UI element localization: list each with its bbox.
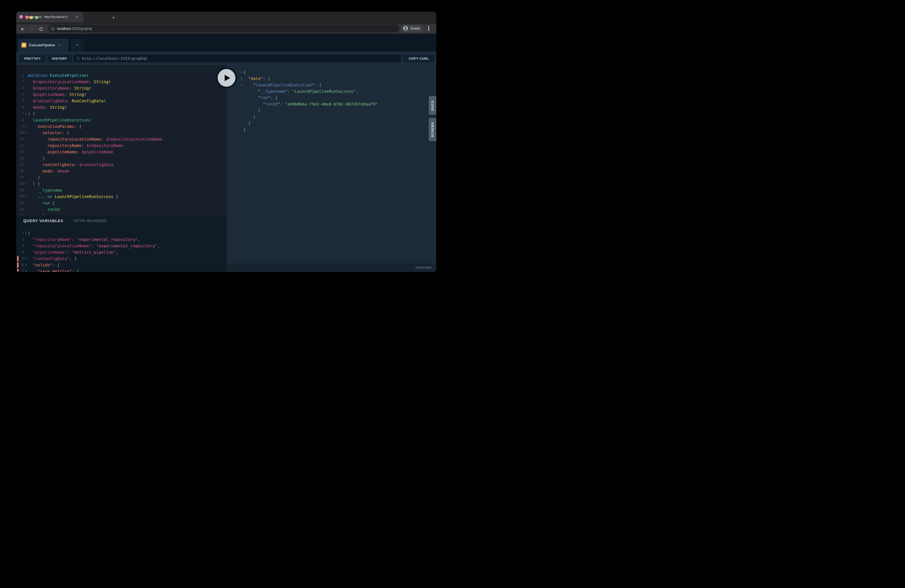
fold-arrow-icon [240, 114, 243, 120]
playground-toolbar: PRETTIFY HISTORY http://localhost:3333/g… [16, 52, 436, 65]
code-text: selector: { [28, 130, 69, 136]
endpoint-input[interactable]: http://localhost:3333/graphql [74, 54, 401, 62]
code-line: 5 $runConfigData: RunConfigData! [16, 98, 227, 104]
tab-execute-pipeline[interactable]: M ExecutePipeline × [18, 39, 68, 52]
code-text: } [28, 155, 45, 162]
code-line: 9▾ executionParams: { [16, 123, 227, 130]
fold-arrow-icon[interactable]: ▾ [24, 181, 28, 187]
fold-arrow-icon [24, 249, 28, 256]
fold-arrow-icon[interactable]: ▾ [24, 262, 28, 268]
code-line: 3 "repositoryLocationName": "experimenta… [16, 243, 227, 249]
code-line: 2 $repositoryLocationName: String! [16, 79, 227, 85]
code-text: runConfigData: $runConfigData [28, 162, 113, 168]
fold-arrow-icon[interactable]: ▾ [24, 123, 28, 130]
code-text: "repositoryName": "experimental_reposito… [28, 236, 140, 243]
graphql-favicon-icon [19, 15, 23, 19]
code-text: } [28, 174, 40, 181]
code-line: "run": { [240, 95, 437, 101]
fold-arrow-icon [24, 79, 28, 85]
code-text: "repositoryLocationName": "experimental_… [28, 243, 160, 249]
line-number: 6 [16, 104, 24, 110]
history-button[interactable]: HISTORY [47, 54, 72, 62]
browser-tab[interactable]: Playground - http://localhost:3 × [16, 11, 83, 22]
line-number: 14 [16, 155, 24, 162]
fold-arrow-icon [24, 168, 28, 174]
line-number: 15 [16, 162, 24, 168]
code-text: "data": { [243, 75, 270, 82]
profile-button[interactable]: Guest [402, 25, 423, 32]
fold-arrow-icon[interactable]: ▾ [24, 110, 28, 117]
reload-icon[interactable] [39, 27, 43, 31]
code-text: "solids": { [28, 262, 60, 268]
fold-arrow-icon[interactable]: ▾ [24, 193, 28, 200]
code-line: 18▾ ) { [16, 181, 227, 187]
line-number: 11 [16, 136, 24, 142]
code-line: 6 $mode: String! [16, 104, 227, 110]
tab-http-headers[interactable]: HTTP HEADERS [74, 219, 107, 223]
code-line: 5▾ "runConfigData": { [16, 256, 227, 262]
docs-side-tab[interactable]: DOCS [429, 96, 436, 115]
fold-arrow-icon[interactable]: ▾ [240, 82, 243, 88]
fold-arrow-icon[interactable]: ▾ [240, 75, 243, 82]
fold-arrow-icon[interactable]: ▾ [24, 268, 28, 272]
code-line: ▾ "data": { [240, 75, 437, 82]
new-query-tab-button[interactable]: + [71, 39, 84, 52]
browser-tab-close-icon[interactable]: × [76, 14, 78, 19]
code-text: } [243, 114, 256, 120]
variables-panel[interactable]: QUERY VARIABLES HTTP HEADERS 1▾{2 "repos… [16, 215, 227, 272]
code-text: launchPipelineExecution( [28, 117, 91, 123]
line-number: 8 [16, 117, 24, 123]
profile-label: Guest [410, 26, 420, 30]
query-editor[interactable]: 1mutation ExecutePipeline(2 $repositoryL… [16, 65, 227, 215]
line-number: 2 [16, 79, 24, 85]
execute-query-button[interactable] [216, 67, 237, 89]
fold-arrow-icon [24, 85, 28, 91]
lint-marker [17, 269, 19, 272]
prettify-button[interactable]: PRETTIFY [19, 54, 46, 62]
code-line: 7▾ "save_metrics": { [16, 268, 227, 272]
code-text: ) { [28, 181, 40, 187]
code-line: 13 pipelineName: $pipelineName [16, 149, 227, 155]
browser-new-tab-button[interactable]: + [112, 14, 115, 21]
tab-close-icon[interactable]: × [58, 43, 60, 47]
browser-window: Playground - http://localhost:3 × + loca… [16, 11, 436, 272]
code-text: ... on LaunchPipelineRunSuccess { [28, 193, 118, 200]
code-text: executionParams: { [28, 123, 81, 130]
code-text: } [243, 120, 251, 126]
code-line: "__typename": "LaunchPipelineRunSuccess"… [240, 88, 437, 95]
code-text: mutation ExecutePipeline( [28, 72, 89, 79]
back-icon[interactable] [20, 27, 25, 31]
schema-side-tab[interactable]: SCHEMA [429, 118, 436, 141]
fold-arrow-icon[interactable]: ▾ [24, 256, 28, 262]
line-number: 20 [16, 193, 24, 200]
code-line: 1mutation ExecutePipeline( [16, 72, 227, 79]
code-text: "__typename": "LaunchPipelineRunSuccess"… [243, 88, 358, 95]
address-bar[interactable]: localhost:3333/graphql [48, 25, 399, 32]
code-text: "save_metrics": { [28, 268, 79, 272]
code-text: { [243, 69, 246, 75]
code-line: 3 $repositoryName: String! [16, 85, 227, 91]
fold-arrow-icon[interactable]: ▾ [24, 130, 28, 136]
code-line: 11 repositoryLocationName: $repositoryLo… [16, 136, 227, 142]
tab-query-variables[interactable]: QUERY VARIABLES [24, 219, 64, 223]
code-text: pipelineName: $pipelineName [28, 149, 113, 155]
lint-marker [17, 256, 19, 261]
code-line: 7▾) { [16, 110, 227, 117]
tracing-label[interactable]: TRACING [415, 263, 432, 272]
mutation-badge: M [21, 43, 26, 48]
line-number: 3 [16, 243, 24, 249]
browser-menu-icon[interactable] [428, 26, 429, 31]
fold-arrow-icon [240, 126, 243, 133]
code-line: 15 runConfigData: $runConfigData [16, 162, 227, 168]
fold-arrow-icon [24, 91, 28, 98]
code-text: $pipelineName: String! [28, 91, 86, 98]
fold-arrow-icon[interactable]: ▾ [24, 230, 28, 236]
line-number: 19 [16, 187, 24, 193]
fold-arrow-icon [24, 155, 28, 162]
fold-arrow-icon[interactable]: ▾ [240, 69, 243, 75]
fold-arrow-icon [24, 187, 28, 193]
line-number: 17 [16, 174, 24, 181]
site-info-icon[interactable] [51, 27, 55, 31]
code-line: ▾{ [240, 69, 437, 75]
copy-curl-button[interactable]: COPY CURL [403, 54, 435, 62]
